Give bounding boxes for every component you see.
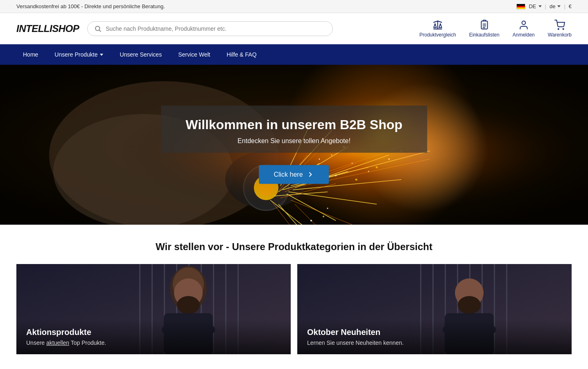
logo[interactable]: INTELLISHOP — [16, 23, 79, 34]
categories-grid: Aktionsprodukte Unsere aktuellen Top Pro… — [16, 264, 572, 354]
lang-de-label: DE — [529, 3, 536, 9]
flag-de-icon — [516, 4, 525, 9]
header-actions: Produktvergleich Einkaufslisten Anmelden — [419, 20, 572, 38]
chevron-right-icon — [307, 171, 314, 178]
nav-item-unsere-services[interactable]: Unsere Services — [113, 46, 168, 64]
nav-hilfe-label: Hilfe & FAQ — [226, 51, 256, 58]
produktvergleich-label: Produktvergleich — [419, 32, 456, 38]
card-title-1: Aktionsprodukte — [26, 328, 281, 337]
produktvergleich-button[interactable]: Produktvergleich — [419, 20, 456, 38]
hero-cta-button[interactable]: Click here — [259, 165, 329, 184]
currency-label: € — [569, 3, 572, 9]
svg-point-9 — [558, 29, 559, 30]
warenkorb-button[interactable]: Warenkorb — [548, 20, 572, 38]
nav-item-hilfe-faq[interactable]: Hilfe & FAQ — [220, 46, 263, 64]
svg-point-84 — [458, 296, 481, 314]
cart-icon — [554, 20, 565, 30]
categories-section: Wir stellen vor - Unsere Produktkategori… — [0, 225, 588, 354]
user-icon — [518, 20, 529, 30]
category-card-aktionsprodukte[interactable]: Aktionsprodukte Unsere aktuellen Top Pro… — [16, 264, 291, 354]
card-text-overlay-2: Oktober Neuheiten Lernen Sie unsere Neuh… — [297, 319, 572, 354]
top-bar-right: DE | de | € — [516, 3, 572, 9]
svg-point-10 — [563, 29, 563, 30]
hero-text-box: Willkommen in unserem B2B Shop Entdecken… — [161, 106, 427, 153]
search-bar[interactable] — [87, 21, 333, 36]
category-card-oktober-neuheiten[interactable]: Oktober Neuheiten Lernen Sie unsere Neuh… — [297, 264, 572, 354]
card-text-overlay-1: Aktionsprodukte Unsere aktuellen Top Pro… — [16, 319, 291, 354]
nav-services-label: Unsere Services — [120, 51, 162, 58]
separator-1: | — [545, 3, 546, 9]
einkaufslisten-button[interactable]: Einkaufslisten — [469, 20, 500, 38]
hero-content: Willkommen in unserem B2B Shop Entdecken… — [161, 106, 427, 184]
nav-item-service-welt[interactable]: Service Welt — [172, 46, 217, 64]
warenkorb-label: Warenkorb — [548, 32, 572, 38]
anmelden-label: Anmelden — [513, 32, 535, 38]
hero-subtitle: Entdecken Sie unsere tollen Angebote! — [185, 137, 403, 145]
search-icon — [94, 25, 102, 32]
svg-line-1 — [100, 30, 101, 31]
chevron-down-icon-nav — [100, 54, 103, 56]
header: INTELLISHOP Produktvergleich — [0, 13, 588, 44]
hero-title: Willkommen in unserem B2B Shop — [185, 117, 403, 132]
promo-text: Versandkostenfrei ab 100€ - Direkte und … — [16, 3, 165, 9]
svg-point-8 — [522, 21, 525, 25]
chevron-down-icon — [538, 5, 542, 7]
locale-selector[interactable]: de — [550, 3, 561, 9]
card-desc-link-1[interactable]: aktuellen — [46, 339, 69, 346]
nav-home-label: Home — [23, 51, 38, 58]
lang-selector[interactable]: DE — [529, 3, 541, 9]
einkaufslisten-label: Einkaufslisten — [469, 32, 500, 38]
scale-icon — [432, 20, 443, 30]
categories-title: Wir stellen vor - Unsere Produktkategori… — [16, 241, 572, 253]
hero-section: Willkommen in unserem B2B Shop Entdecken… — [0, 65, 588, 225]
top-bar: Versandkostenfrei ab 100€ - Direkte und … — [0, 0, 588, 13]
nav-service-welt-label: Service Welt — [178, 51, 210, 58]
clipboard-icon — [479, 20, 490, 30]
separator-2: | — [564, 3, 565, 9]
card-title-2: Oktober Neuheiten — [307, 328, 562, 337]
main-nav: Home Unsere Produkte Unsere Services Ser… — [0, 44, 588, 65]
nav-produkte-label: Unsere Produkte — [54, 51, 97, 58]
card-desc-1: Unsere aktuellen Top Produkte. — [26, 339, 281, 346]
nav-item-unsere-produkte[interactable]: Unsere Produkte — [48, 46, 110, 64]
chevron-down-icon-2 — [557, 5, 561, 7]
search-input[interactable] — [106, 25, 326, 32]
card-desc-2: Lernen Sie unsere Neuheiten kennen. — [307, 339, 562, 346]
hero-cta-label: Click here — [274, 171, 303, 178]
anmelden-button[interactable]: Anmelden — [513, 20, 535, 38]
locale-lower-label: de — [550, 3, 555, 9]
svg-point-70 — [177, 296, 200, 314]
nav-item-home[interactable]: Home — [16, 46, 45, 64]
